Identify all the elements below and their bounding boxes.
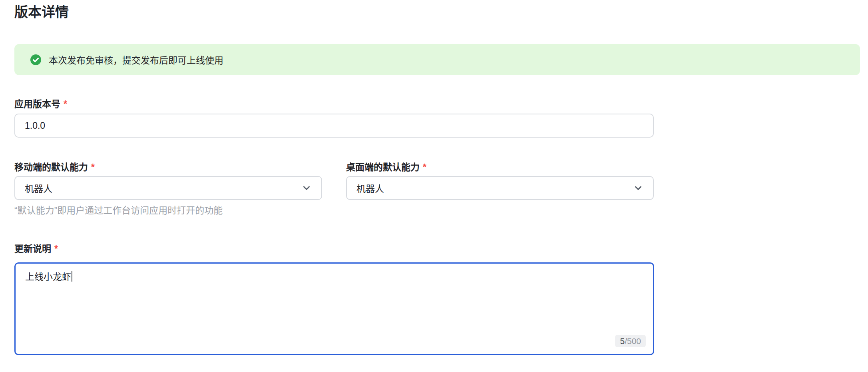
- required-asterisk: *: [64, 99, 67, 109]
- app-version-input[interactable]: [14, 114, 654, 138]
- mobile-capability-label-text: 移动端的默认能力: [14, 162, 88, 172]
- required-asterisk: *: [423, 162, 426, 172]
- release-notes-label-text: 更新说明: [14, 244, 51, 254]
- mobile-capability-help: “默认能力”即用户通过工作台访问应用时打开的功能: [14, 205, 322, 216]
- desktop-capability-label-text: 桌面端的默认能力: [346, 162, 420, 172]
- desktop-capability-select[interactable]: 机器人: [346, 176, 654, 200]
- check-circle-icon: [30, 54, 41, 65]
- char-counter-badge: 5/500: [615, 335, 646, 347]
- required-asterisk: *: [91, 162, 95, 172]
- version-form: 应用版本号* 移动端的默认能力* 机器人 “默认能力”即用户通过工作台访问应用时…: [14, 98, 654, 355]
- char-limit: /500: [625, 336, 641, 346]
- field-mobile-capability: 移动端的默认能力* 机器人 “默认能力”即用户通过工作台访问应用时打开的功能: [14, 162, 322, 216]
- mobile-capability-label: 移动端的默认能力*: [14, 162, 322, 173]
- text-cursor: [72, 271, 72, 282]
- capability-row: 移动端的默认能力* 机器人 “默认能力”即用户通过工作台访问应用时打开的功能 桌…: [14, 162, 654, 216]
- required-asterisk: *: [54, 244, 58, 254]
- chevron-down-icon: [301, 183, 312, 193]
- field-release-notes: 更新说明* 上线小龙虾 5/500: [14, 243, 654, 355]
- field-desktop-capability: 桌面端的默认能力* 机器人: [346, 162, 654, 216]
- desktop-capability-label: 桌面端的默认能力*: [346, 162, 654, 173]
- version-details-page: 版本详情 本次发布免审核，提交发布后即可上线使用 应用版本号* 移动端的默认能力…: [0, 0, 868, 355]
- field-app-version: 应用版本号*: [14, 98, 654, 138]
- char-count: 5: [620, 336, 625, 346]
- mobile-capability-value: 机器人: [25, 181, 52, 195]
- chevron-down-icon: [633, 183, 643, 193]
- app-version-label: 应用版本号*: [14, 98, 654, 110]
- desktop-capability-value: 机器人: [356, 181, 384, 195]
- app-version-label-text: 应用版本号: [14, 99, 60, 109]
- release-notes-textarea[interactable]: 上线小龙虾 5/500: [14, 262, 654, 355]
- mobile-capability-select[interactable]: 机器人: [14, 176, 322, 200]
- release-notes-label: 更新说明*: [14, 243, 654, 254]
- success-banner: 本次发布免审核，提交发布后即可上线使用: [14, 44, 860, 75]
- page-title: 版本详情: [14, 4, 860, 20]
- banner-text: 本次发布免审核，提交发布后即可上线使用: [49, 53, 223, 66]
- release-notes-text: 上线小龙虾: [25, 272, 71, 282]
